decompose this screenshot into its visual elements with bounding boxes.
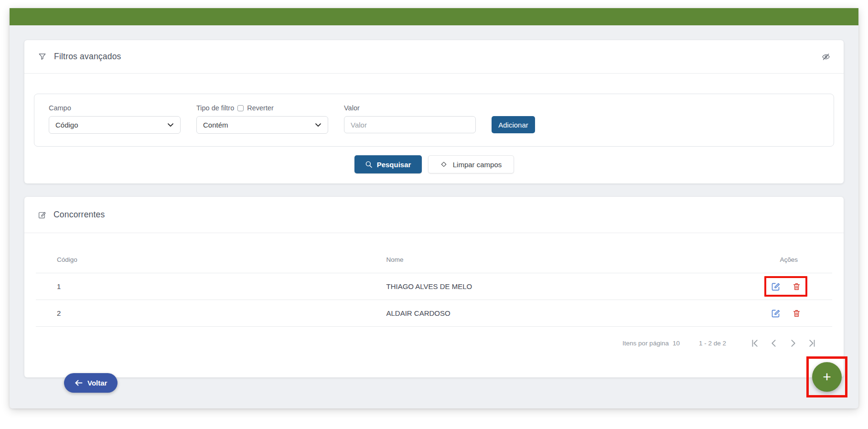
- delete-row-button[interactable]: [792, 309, 801, 318]
- adicionar-button[interactable]: Adicionar: [492, 116, 535, 133]
- voltar-button[interactable]: Voltar: [64, 373, 118, 393]
- back-arrow-icon: [75, 379, 83, 386]
- page-content: Filtros avançados Campo Código: [10, 25, 858, 377]
- top-navigation-bar: [10, 8, 858, 25]
- add-new-fab-button[interactable]: +: [812, 362, 842, 392]
- first-page-icon: [751, 339, 759, 347]
- tipo-de-filtro-label-text: Tipo de filtro: [196, 104, 234, 112]
- voltar-button-label: Voltar: [87, 379, 107, 387]
- filters-card-title: Filtros avançados: [54, 52, 121, 62]
- filters-card-header: Filtros avançados: [24, 40, 844, 74]
- delete-row-button[interactable]: [792, 282, 801, 291]
- edit-note-icon: [38, 211, 46, 219]
- edit-pencil-icon: [771, 281, 781, 291]
- last-page-icon: [808, 339, 816, 347]
- chevron-down-icon: [315, 123, 321, 127]
- limpar-campos-button-label: Limpar campos: [453, 161, 502, 169]
- previous-page-button[interactable]: [770, 339, 778, 347]
- trash-icon: [792, 309, 801, 318]
- tipo-de-filtro-label: Tipo de filtro Reverter: [196, 104, 328, 112]
- cell-nome: ALDAIR CARDOSO: [386, 300, 744, 327]
- table-row: 1 THIAGO ALVES DE MELO: [36, 273, 832, 300]
- pesquisar-button[interactable]: Pesquisar: [354, 155, 422, 173]
- column-header-acoes: Ações: [745, 233, 832, 273]
- concorrentes-card-header: Concorrentes: [24, 197, 844, 233]
- hide-filters-eye-slash-icon[interactable]: [822, 53, 830, 61]
- plus-icon: +: [823, 370, 831, 384]
- table-pagination: Itens por página 10 1 - 2 de 2: [24, 327, 844, 347]
- campo-select-value: Código: [55, 121, 78, 129]
- cell-codigo: 1: [36, 273, 386, 300]
- search-icon: [365, 161, 373, 168]
- trash-icon: [792, 282, 801, 291]
- chevron-down-icon: [168, 123, 173, 127]
- campo-select[interactable]: Código: [49, 116, 181, 134]
- app-window: Filtros avançados Campo Código: [10, 8, 858, 408]
- table-row: 2 ALDAIR CARDOSO: [36, 300, 832, 327]
- items-per-page-value[interactable]: 10: [673, 340, 680, 347]
- concorrentes-card-title: Concorrentes: [54, 210, 105, 220]
- filter-fields-group: Campo Código Tipo de filtro Reverter: [34, 94, 834, 147]
- chevron-right-icon: [789, 339, 797, 347]
- edit-row-button[interactable]: [771, 308, 781, 318]
- last-page-button[interactable]: [808, 339, 816, 347]
- advanced-filters-card: Filtros avançados Campo Código: [24, 40, 844, 183]
- fab-annotation-box: +: [806, 356, 847, 397]
- valor-input[interactable]: [344, 116, 476, 133]
- column-header-codigo: Código: [36, 233, 386, 273]
- row-actions: [764, 303, 807, 323]
- filter-funnel-icon: [38, 52, 47, 61]
- campo-label: Campo: [49, 104, 181, 112]
- pesquisar-button-label: Pesquisar: [377, 161, 411, 169]
- valor-label: Valor: [344, 104, 476, 112]
- reverter-checkbox[interactable]: [237, 105, 244, 111]
- eraser-diamond-icon: [440, 161, 448, 168]
- table-header-row: Código Nome Ações: [36, 233, 832, 273]
- chevron-left-icon: [770, 339, 778, 347]
- column-header-nome: Nome: [386, 233, 744, 273]
- next-page-button[interactable]: [789, 339, 797, 347]
- concorrentes-card: Concorrentes Código Nome Ações 1 THIAGO …: [24, 197, 844, 377]
- pagination-range: 1 - 2 de 2: [699, 340, 726, 347]
- cell-nome: THIAGO ALVES DE MELO: [386, 273, 744, 300]
- limpar-campos-button[interactable]: Limpar campos: [428, 155, 514, 173]
- cell-codigo: 2: [36, 300, 386, 327]
- tipo-filtro-select[interactable]: Contém: [196, 116, 328, 134]
- concorrentes-table: Código Nome Ações 1 THIAGO ALVES DE MELO: [36, 233, 832, 327]
- first-page-button[interactable]: [751, 339, 759, 347]
- edit-pencil-icon: [771, 308, 781, 318]
- tipo-filtro-select-value: Contém: [203, 121, 228, 129]
- reverter-label: Reverter: [247, 104, 274, 112]
- row-actions-annotation-box: [764, 276, 807, 297]
- filter-actions-row: Pesquisar Limpar campos: [24, 155, 844, 183]
- edit-row-button[interactable]: [771, 281, 781, 291]
- items-per-page-label: Itens por página: [622, 340, 669, 347]
